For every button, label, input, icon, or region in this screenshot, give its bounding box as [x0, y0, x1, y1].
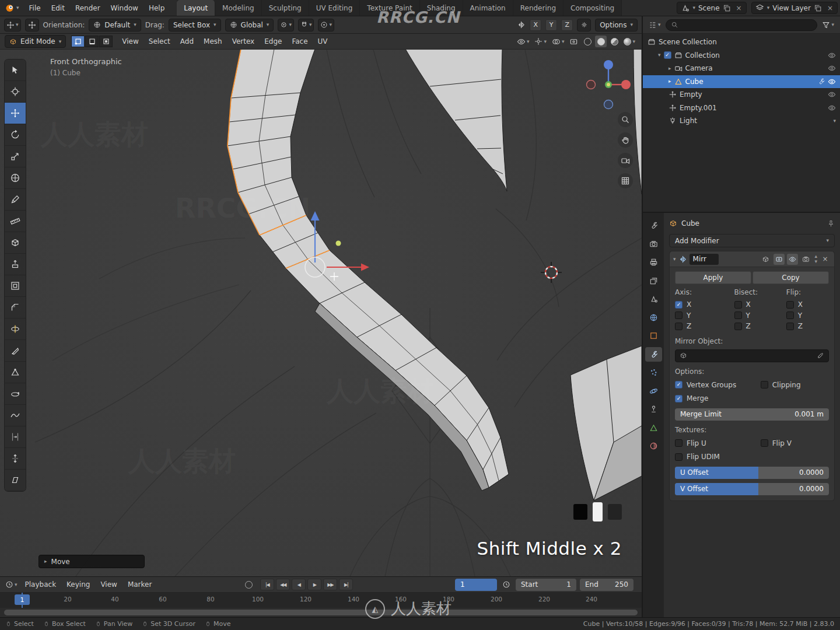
move-down-button[interactable]: ▾ — [814, 259, 817, 264]
tool-extrude-region[interactable] — [5, 254, 26, 275]
timeline-ruler[interactable]: 1 20 40 60 80 100 120 140 160 180 200 22… — [0, 593, 642, 608]
tool-spin[interactable] — [5, 383, 26, 405]
tab-particles[interactable] — [645, 365, 662, 380]
eye-icon[interactable] — [828, 104, 836, 112]
eyedropper-icon[interactable] — [817, 352, 824, 359]
scene-selector[interactable]: ▾ Scene × — [677, 2, 746, 14]
flip-z-checkbox[interactable]: ✓ — [786, 323, 794, 330]
workspace-tab-uv-editing[interactable]: UV Editing — [309, 0, 360, 16]
tool-inset-faces[interactable] — [5, 275, 26, 297]
bisect-z-checkbox[interactable]: ✓ — [734, 323, 742, 330]
drag-dropdown[interactable]: Select Box ▾ — [169, 19, 221, 32]
menu-window[interactable]: Window — [106, 0, 144, 16]
transform-orientation-dropdown[interactable]: Global ▾ — [225, 19, 274, 32]
expand-icon[interactable]: ▾ — [658, 52, 661, 58]
tab-object-data[interactable] — [645, 421, 662, 435]
shading-rendered-button[interactable]: ▾ — [622, 36, 637, 47]
flip-u-checkbox[interactable]: ✓ — [675, 439, 682, 447]
viewport-menu-edge[interactable]: Edge — [260, 37, 286, 46]
viewport-menu-uv[interactable]: UV — [314, 37, 332, 46]
workspace-tab-modeling[interactable]: Modeling — [215, 0, 262, 16]
vertex-groups-checkbox[interactable]: ✓ — [675, 381, 682, 388]
flip-udim-checkbox[interactable]: ✓ — [675, 453, 682, 461]
menu-render[interactable]: Render — [70, 0, 106, 16]
flip-y-checkbox[interactable]: ✓ — [786, 312, 794, 319]
tool-annotate[interactable] — [5, 189, 26, 211]
timeline-menu-marker[interactable]: Marker — [123, 580, 156, 589]
eye-icon[interactable] — [828, 78, 836, 86]
transform-gizmo-button[interactable] — [25, 19, 39, 32]
outliner-row-camera[interactable]: ▸ Camera — [643, 62, 840, 75]
eye-icon[interactable] — [828, 51, 836, 60]
expand-icon[interactable]: ▸ — [668, 66, 671, 71]
expand-icon[interactable]: ▾ — [673, 257, 676, 262]
merge-checkbox[interactable]: ✓ — [675, 395, 682, 402]
flip-v-checkbox[interactable]: ✓ — [761, 439, 768, 447]
breadcrumb-object[interactable]: Cube — [681, 219, 699, 228]
show-realtime-toggle[interactable] — [787, 254, 798, 265]
blender-menu-button[interactable]: ▾ — [0, 0, 24, 16]
tab-physics[interactable] — [645, 384, 662, 398]
show-in-editmode-toggle[interactable] — [774, 254, 785, 265]
gizmos-dropdown[interactable]: ▾ — [533, 36, 548, 47]
mirror-object-field[interactable] — [675, 349, 829, 362]
copy-button[interactable]: Copy — [752, 271, 829, 284]
camera-view-button[interactable] — [618, 153, 633, 168]
visibility-dropdown[interactable]: ▾ — [515, 36, 531, 47]
collection-checkbox[interactable]: ✓ — [664, 51, 671, 59]
shading-material-button[interactable] — [608, 36, 620, 47]
outliner-row-scene-collection[interactable]: Scene Collection — [643, 36, 840, 49]
viewport-canvas[interactable] — [0, 34, 642, 576]
eye-icon[interactable] — [828, 90, 836, 99]
workspace-tab-compositing[interactable]: Compositing — [564, 0, 622, 16]
bisect-y-checkbox[interactable]: ✓ — [734, 312, 742, 319]
workspace-tab-shading[interactable]: Shading — [420, 0, 463, 16]
next-keyframe-button[interactable]: ▶▶ — [323, 579, 337, 590]
tool-move[interactable] — [5, 103, 26, 124]
proportional-editing-button[interactable]: ▾ — [318, 19, 334, 32]
view-layer-selector[interactable]: ▾ View Layer × — [751, 2, 838, 14]
tab-tool[interactable] — [645, 218, 662, 233]
outliner-row-empty[interactable]: Empty — [643, 88, 840, 102]
mirror-y-toggle[interactable]: Y — [545, 19, 557, 31]
mirror-x-toggle[interactable]: X — [530, 19, 541, 31]
axis-x-neg-ball[interactable] — [587, 80, 596, 89]
viewport-3d[interactable]: Edit Mode ▾ View Select Add Mesh Vertex … — [0, 34, 642, 576]
tool-shear[interactable] — [5, 470, 26, 491]
play-reverse-button[interactable]: ◀ — [292, 579, 306, 590]
flip-x-checkbox[interactable]: ✓ — [786, 301, 794, 309]
tab-constraints[interactable] — [645, 402, 662, 416]
options-dropdown[interactable]: Options ▾ — [595, 19, 638, 32]
outliner-filter-button[interactable]: ▾ — [820, 19, 836, 31]
axis-z-checkbox[interactable]: ✓ — [675, 323, 682, 330]
vertex-select-button[interactable] — [71, 36, 85, 47]
outliner-display-mode-button[interactable]: ▾ — [647, 19, 663, 31]
timeline-menu-playback[interactable]: Playback — [20, 580, 61, 589]
delete-modifier-button[interactable]: × — [820, 254, 831, 265]
tab-view-layer[interactable] — [645, 274, 662, 288]
u-offset-slider[interactable]: U Offset 0.0000 — [675, 467, 829, 479]
menu-help[interactable]: Help — [144, 0, 170, 16]
v-offset-slider[interactable]: V Offset 0.0000 — [675, 483, 829, 495]
snap-toggle-button[interactable]: ▾ — [298, 19, 314, 32]
viewport-menu-select[interactable]: Select — [145, 37, 174, 46]
axis-x-checkbox[interactable]: ✓ — [675, 301, 682, 309]
current-frame-field[interactable]: 1 — [455, 579, 497, 591]
tab-world[interactable] — [645, 310, 662, 325]
tool-shrink-fatten[interactable] — [5, 448, 26, 470]
snapping-settings-button[interactable] — [577, 19, 591, 32]
viewport-menu-add[interactable]: Add — [176, 37, 198, 46]
new-view-layer-icon[interactable] — [814, 4, 822, 12]
eye-icon[interactable] — [828, 64, 836, 72]
tab-render[interactable] — [645, 237, 662, 251]
end-frame-field[interactable]: End 250 — [580, 579, 634, 591]
shading-solid-button[interactable] — [595, 36, 607, 47]
modifier-name-field[interactable]: Mirr — [690, 254, 719, 265]
editor-type-button[interactable]: ▾ — [4, 579, 19, 590]
menu-file[interactable]: File — [24, 0, 46, 16]
jump-to-end-button[interactable]: ▶| — [339, 579, 353, 590]
add-modifier-dropdown[interactable]: Add Modifier ▾ — [669, 234, 835, 247]
operator-panel[interactable]: ▸ Move — [38, 555, 145, 568]
menu-edit[interactable]: Edit — [46, 0, 70, 16]
tab-object[interactable] — [645, 328, 662, 343]
